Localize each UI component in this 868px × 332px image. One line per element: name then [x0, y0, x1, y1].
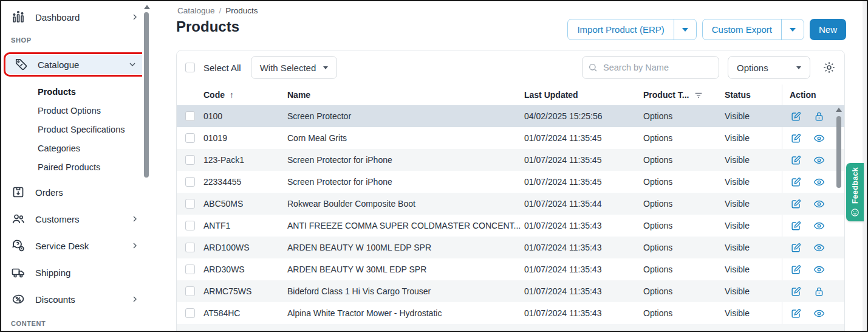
- breadcrumb-catalogue[interactable]: Catalogue: [177, 6, 215, 15]
- sidebar-item-product-options[interactable]: Product Options: [1, 101, 151, 120]
- eye-icon[interactable]: [813, 133, 825, 144]
- with-selected-dropdown[interactable]: With Selected: [251, 56, 338, 79]
- row-checkbox[interactable]: [185, 243, 195, 252]
- sidebar-item-label: Dashboard: [35, 12, 120, 22]
- table-toolbar: Select All With Selected Options: [177, 50, 844, 85]
- table-row: AT584HCAlpina White Tractor Mower - Hydr…: [177, 302, 844, 324]
- options-dropdown[interactable]: Options: [728, 56, 810, 79]
- sidebar-item-discounts[interactable]: Discounts: [1, 286, 151, 313]
- filter-icon[interactable]: [694, 90, 703, 100]
- import-product-button[interactable]: Import Product (ERP): [568, 19, 673, 40]
- sidebar-item-service-desk[interactable]: Service Desk: [1, 232, 151, 259]
- cell-code: ABC50MS: [203, 193, 287, 215]
- sidebar-item-dashboard[interactable]: Dashboard: [1, 7, 151, 27]
- scroll-up-arrow[interactable]: [836, 108, 842, 112]
- row-checkbox[interactable]: [185, 177, 195, 187]
- caret-down-icon: [796, 66, 801, 69]
- edit-icon[interactable]: [790, 242, 802, 254]
- edit-icon[interactable]: [790, 220, 802, 232]
- cell-code: 22334455: [203, 171, 287, 193]
- cell-product-type: Options: [643, 237, 725, 258]
- eye-icon[interactable]: [813, 220, 825, 232]
- cell-last-updated: 04/02/2025 15:25:56: [524, 105, 643, 127]
- table-row: 0100Screen Protector04/02/2025 15:25:56O…: [177, 105, 844, 127]
- sidebar-item-label: Customers: [35, 214, 120, 224]
- scrollbar-thumb[interactable]: [144, 12, 149, 178]
- table-scrollbar[interactable]: [835, 106, 842, 329]
- row-checkbox[interactable]: [185, 155, 195, 165]
- edit-icon[interactable]: [790, 176, 802, 188]
- import-product-dropdown-toggle[interactable]: [674, 19, 696, 40]
- edit-icon[interactable]: [790, 154, 802, 166]
- row-checkbox[interactable]: [185, 286, 195, 296]
- sidebar-item-orders[interactable]: Orders: [1, 179, 151, 206]
- sidebar-scrollbar[interactable]: [142, 1, 151, 331]
- cell-code: AT584HC: [203, 302, 287, 324]
- edit-icon[interactable]: [790, 198, 802, 210]
- sidebar-item-customers[interactable]: Customers: [1, 206, 151, 232]
- column-header-code[interactable]: Code ↑: [203, 90, 287, 100]
- cell-name: Rokwear Boulder Composite Boot: [287, 193, 524, 215]
- table-row: 01019Corn Meal Grits01/07/2024 11:35:45O…: [177, 127, 844, 149]
- eye-icon[interactable]: [813, 176, 825, 188]
- sidebar-item-shipping[interactable]: Shipping: [1, 259, 151, 286]
- header-actions: Import Product (ERP) Custom Export New: [567, 19, 846, 40]
- cell-code: ARD100WS: [203, 237, 287, 258]
- feedback-button[interactable]: Feedback: [846, 163, 864, 221]
- cell-name: Screen Protector for iPhone: [287, 149, 524, 171]
- lock-icon[interactable]: [813, 286, 825, 297]
- sidebar-item-categories[interactable]: Categories: [1, 139, 151, 157]
- scroll-up-arrow[interactable]: [144, 5, 150, 9]
- sidebar-item-product-specifications[interactable]: Product Specifications: [1, 120, 151, 139]
- column-header-status[interactable]: Status: [725, 90, 782, 100]
- row-checkbox[interactable]: [185, 221, 195, 230]
- eye-icon[interactable]: [813, 198, 825, 210]
- row-checkbox[interactable]: [185, 308, 195, 318]
- cell-status: Visible: [725, 280, 782, 302]
- eye-icon[interactable]: [813, 242, 825, 254]
- gear-icon[interactable]: [822, 61, 836, 74]
- cell-last-updated: 01/07/2024 11:35:44: [524, 193, 643, 215]
- cell-status: Visible: [725, 302, 782, 324]
- cell-last-updated: 01/07/2024 11:35:43: [524, 280, 643, 302]
- custom-export-button[interactable]: Custom Export: [703, 19, 781, 40]
- sidebar-item-catalogue[interactable]: Catalogue: [6, 55, 146, 74]
- edit-icon[interactable]: [790, 286, 802, 297]
- eye-icon[interactable]: [813, 308, 825, 319]
- edit-icon[interactable]: [790, 264, 802, 275]
- custom-export-split-button: Custom Export: [702, 19, 804, 40]
- edit-icon[interactable]: [790, 111, 802, 122]
- scrollbar-thumb[interactable]: [836, 116, 841, 188]
- edit-icon[interactable]: [790, 308, 802, 319]
- select-all-checkbox[interactable]: [185, 63, 195, 72]
- cell-name: Alpina White Tractor Mower - Hydrostatic: [287, 302, 524, 324]
- caret-down-icon: [790, 28, 796, 32]
- section-label-content: CONTENT: [1, 320, 151, 330]
- cell-product-type: Options: [643, 171, 725, 193]
- search-input[interactable]: [582, 56, 719, 79]
- cell-last-updated: 01/07/2024 11:35:45: [524, 171, 643, 193]
- help-chat-icon: [11, 238, 26, 253]
- column-header-product-type[interactable]: Product T...: [643, 90, 725, 100]
- cell-status: Visible: [725, 171, 782, 193]
- cell-code: ARMC75WS: [203, 280, 287, 302]
- row-checkbox[interactable]: [185, 265, 195, 274]
- row-checkbox[interactable]: [185, 199, 195, 209]
- sidebar-item-paired-products[interactable]: Paired Products: [1, 157, 151, 176]
- column-header-name[interactable]: Name: [287, 90, 524, 100]
- custom-export-dropdown-toggle[interactable]: [781, 19, 804, 40]
- lock-icon[interactable]: [813, 111, 825, 122]
- row-checkbox[interactable]: [185, 133, 195, 143]
- new-button[interactable]: New: [810, 19, 846, 40]
- cell-name: Corn Meal Grits: [287, 127, 524, 149]
- sidebar-item-products[interactable]: Products: [1, 82, 151, 101]
- column-header-last-updated[interactable]: Last Updated: [524, 90, 643, 100]
- package-icon: [11, 185, 26, 199]
- cell-last-updated: 01/07/2024 11:35:43: [524, 215, 643, 237]
- eye-icon[interactable]: [813, 154, 825, 166]
- cell-last-updated: 01/07/2024 11:35:43: [524, 302, 643, 324]
- edit-icon[interactable]: [790, 133, 802, 144]
- sidebar: Dashboard SHOP Catalogue Products Produc…: [1, 1, 151, 331]
- eye-icon[interactable]: [813, 264, 825, 275]
- row-checkbox[interactable]: [185, 111, 195, 121]
